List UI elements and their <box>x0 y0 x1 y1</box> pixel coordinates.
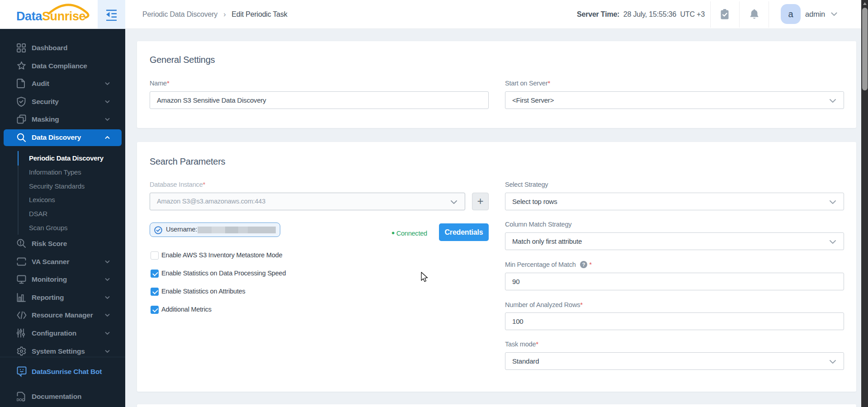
svg-text:DOC: DOC <box>17 398 24 402</box>
svg-text:?: ? <box>582 262 585 267</box>
